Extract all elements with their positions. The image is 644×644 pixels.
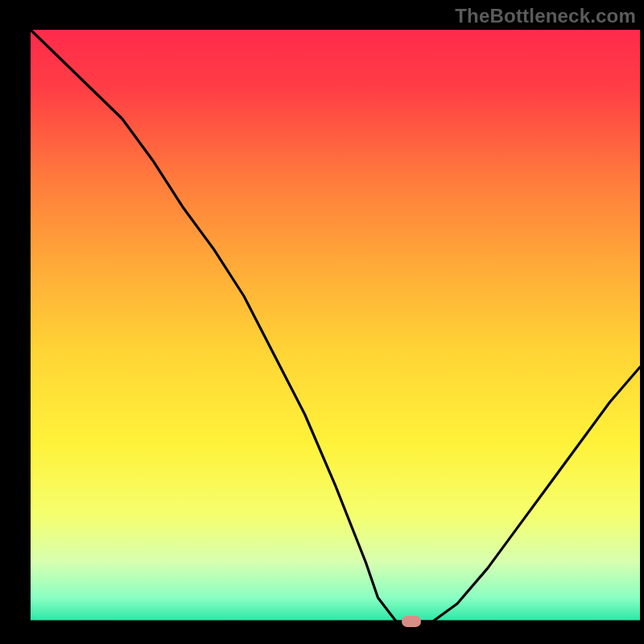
- watermark-text: TheBottleneck.com: [455, 5, 636, 27]
- minimum-marker: [402, 616, 421, 627]
- chart-svg: [0, 0, 644, 644]
- chart-root: TheBottleneck.com: [0, 0, 644, 644]
